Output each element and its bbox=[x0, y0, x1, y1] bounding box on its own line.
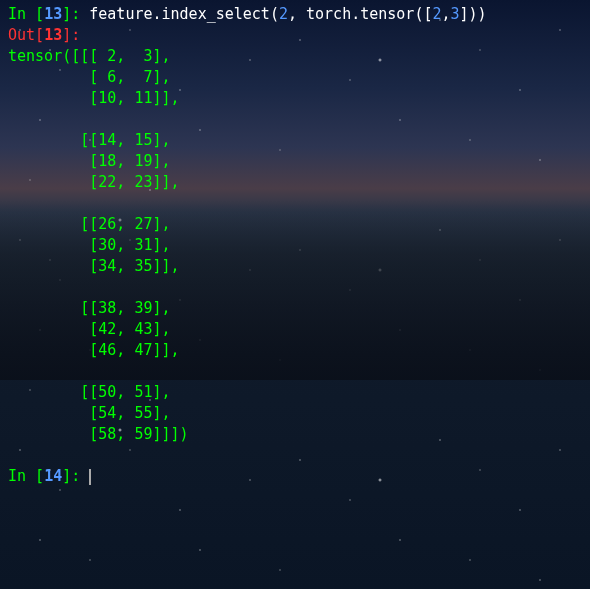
cell-output-13: tensor([[[ 2, 3], [ 6, 7], [10, 11]], [[… bbox=[8, 47, 189, 443]
out-num-13: 13 bbox=[44, 26, 62, 44]
in-num-13: 13 bbox=[44, 5, 62, 23]
ipython-terminal[interactable]: In [13]: feature.index_select(2, torch.t… bbox=[0, 0, 590, 491]
in-label-14: In [ bbox=[8, 467, 44, 485]
in-num-14: 14 bbox=[44, 467, 62, 485]
arg-comma: , bbox=[442, 5, 451, 23]
in-label: In [ bbox=[8, 5, 44, 23]
code-end: ])) bbox=[460, 5, 487, 23]
in-prompt-14: In [14]: bbox=[8, 467, 89, 485]
code-sep: , torch.tensor([ bbox=[288, 5, 433, 23]
arg-dim: 2 bbox=[279, 5, 288, 23]
out-prompt-13: Out[13]: bbox=[8, 26, 80, 44]
out-close: ]: bbox=[62, 26, 80, 44]
arg-idx-b: 3 bbox=[451, 5, 460, 23]
out-label: Out[ bbox=[8, 26, 44, 44]
input-cursor-14[interactable] bbox=[89, 467, 91, 485]
in-close-14: ]: bbox=[62, 467, 89, 485]
cursor-icon bbox=[89, 469, 91, 485]
in-prompt-13: In [13]: bbox=[8, 5, 89, 23]
code-call: feature.index_select( bbox=[89, 5, 279, 23]
in-close: ]: bbox=[62, 5, 89, 23]
code-input-13[interactable]: feature.index_select(2, torch.tensor([2,… bbox=[89, 5, 486, 23]
arg-idx-a: 2 bbox=[432, 5, 441, 23]
